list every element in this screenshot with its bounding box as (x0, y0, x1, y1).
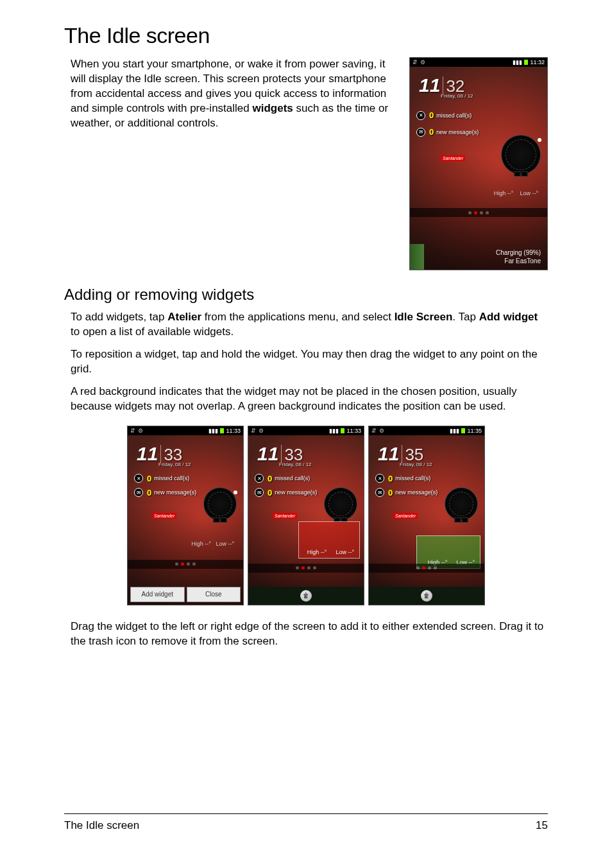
message-icon: ✉ (416, 128, 425, 137)
message-label: new message(s) (275, 489, 317, 496)
page-indicator (128, 560, 243, 569)
paragraph-drag: Drag the widget to the left or right edg… (64, 620, 548, 649)
close-button[interactable]: Close (187, 587, 241, 602)
santander-badge: Santander (273, 513, 297, 519)
settings-icon: ⚙ (379, 428, 384, 434)
grass-strip (410, 244, 424, 270)
screenshot-a: ⇵⚙ ▮▮▮11:33 11 33 Friday, 08 / 12 ✕0miss… (127, 426, 244, 605)
trash-icon[interactable]: 🗑 (421, 590, 432, 602)
missed-call-label: missed call(s) (275, 475, 310, 482)
button-bar: Add widget Close (130, 587, 241, 602)
message-label: new message(s) (154, 489, 196, 496)
paragraph-reposition: To reposition a widget, tap and hold the… (64, 347, 548, 377)
temp-low: Low --° (520, 190, 538, 196)
message-count: 0 (147, 488, 151, 498)
battery-icon (220, 428, 224, 433)
page-indicator (369, 564, 484, 573)
clock-separator (443, 76, 443, 94)
hero-screenshot: ⇵ ⚙ ▮▮▮ 11:32 11 32 Friday, 08 / 12 ✕ 0 … (409, 57, 548, 270)
paragraph-backgrounds: A red background indicates that the widg… (64, 385, 548, 414)
speedometer-widget (445, 487, 478, 521)
trash-icon[interactable]: 🗑 (300, 590, 312, 602)
footer-page-number: 15 (536, 819, 548, 832)
missed-calls-row: ✕0missed call(s) (134, 474, 189, 483)
intro-paragraph: When you start your smartphone, or wake … (64, 57, 395, 131)
missed-call-label: missed call(s) (154, 475, 189, 482)
missed-calls-row: ✕0missed call(s) (255, 474, 310, 483)
missed-call-icon: ✕ (255, 474, 264, 483)
screenshot-row: ⇵⚙ ▮▮▮11:33 11 33 Friday, 08 / 12 ✕0miss… (64, 426, 548, 605)
message-count: 0 (388, 488, 393, 498)
carrier-label: Far EasTone (504, 257, 541, 265)
missed-call-icon: ✕ (375, 474, 384, 483)
settings-icon: ⚙ (420, 59, 425, 65)
missed-call-label: missed call(s) (395, 475, 430, 482)
clock-date: Friday, 08 / 12 (441, 93, 473, 99)
wifi-icon: ⇵ (130, 428, 135, 434)
message-count: 0 (268, 488, 272, 498)
message-label: new message(s) (436, 129, 479, 135)
new-messages-row: ✉0new message(s) (375, 488, 438, 498)
missed-call-icon: ✕ (416, 111, 425, 120)
status-time: 11:35 (467, 428, 482, 434)
p2-addwidget: Add widget (479, 311, 538, 323)
p2-seg3: . Tap (452, 311, 479, 323)
page-footer: The Idle screen 15 (64, 813, 548, 832)
settings-icon: ⚙ (259, 428, 264, 434)
missed-call-count: 0 (429, 110, 434, 120)
clock-hours: 11 (257, 443, 278, 465)
battery-icon (341, 428, 344, 433)
missed-calls-row: ✕0missed call(s) (375, 474, 430, 483)
page-title: The Idle screen (64, 23, 548, 48)
weather-temps: High --° Low --° (494, 190, 538, 196)
signal-icon: ▮▮▮ (329, 428, 339, 434)
speedometer-widget (324, 487, 357, 521)
screenshot-c: ⇵⚙ ▮▮▮11:35 1135 Friday, 08 / 12 ✕0misse… (368, 426, 485, 605)
status-time: 11:33 (346, 428, 361, 434)
status-bar: ⇵ ⚙ ▮▮▮ 11:32 (410, 58, 547, 67)
temp-high: High --° (494, 190, 514, 196)
speedo-digits (514, 171, 528, 177)
intro-widgets-bold: widgets (252, 102, 293, 114)
drag-area-invalid: High --°Low --° (298, 521, 360, 559)
temp-low: Low --° (336, 549, 354, 555)
wifi-icon: ⇵ (251, 428, 256, 434)
missed-call-count: 0 (147, 474, 151, 483)
p2-seg2: from the applications menu, and select (201, 311, 395, 323)
clock-date: Friday, 08 / 12 (279, 462, 312, 467)
clock-hours: 11 (378, 443, 399, 465)
new-messages-row: ✉ 0 new message(s) (416, 127, 479, 137)
santander-badge: Santander (441, 155, 465, 161)
message-label: new message(s) (395, 489, 438, 496)
status-time: 11:32 (530, 59, 545, 65)
footer-title: The Idle screen (64, 819, 139, 832)
clock-hours: 11 (137, 443, 158, 465)
santander-badge: Santander (393, 513, 418, 519)
message-icon: ✉ (255, 488, 264, 497)
message-icon: ✉ (375, 488, 384, 497)
message-icon: ✉ (134, 488, 143, 497)
battery-icon (461, 428, 465, 433)
new-messages-row: ✉0new message(s) (255, 488, 317, 498)
clock-hours: 11 (419, 74, 440, 96)
message-count: 0 (429, 127, 434, 137)
add-widget-button[interactable]: Add widget (130, 587, 185, 602)
status-time: 11:33 (226, 428, 241, 434)
page-indicator (248, 564, 364, 573)
p2-seg1: To add widgets, tap (71, 311, 167, 323)
new-messages-row: ✉0new message(s) (134, 488, 196, 498)
signal-icon: ▮▮▮ (450, 428, 459, 434)
trash-bar: 🗑 (369, 587, 484, 605)
p2-seg4: to open a list of available widgets. (71, 326, 234, 338)
temp-high: High --° (307, 549, 327, 555)
speedometer-widget (501, 135, 541, 175)
temp-high: High --° (191, 541, 211, 547)
p2-idle: Idle Screen (395, 311, 453, 323)
trash-bar: 🗑 (248, 587, 364, 605)
wifi-icon: ⇵ (412, 59, 418, 65)
weather-temps: High --° Low --° (191, 541, 234, 547)
screenshot-b: ⇵⚙ ▮▮▮11:33 1133 Friday, 08 / 12 ✕0misse… (248, 426, 364, 605)
clock-date: Friday, 08 / 12 (400, 462, 432, 467)
page-indicator (410, 208, 547, 217)
speedo-marker (538, 138, 541, 142)
